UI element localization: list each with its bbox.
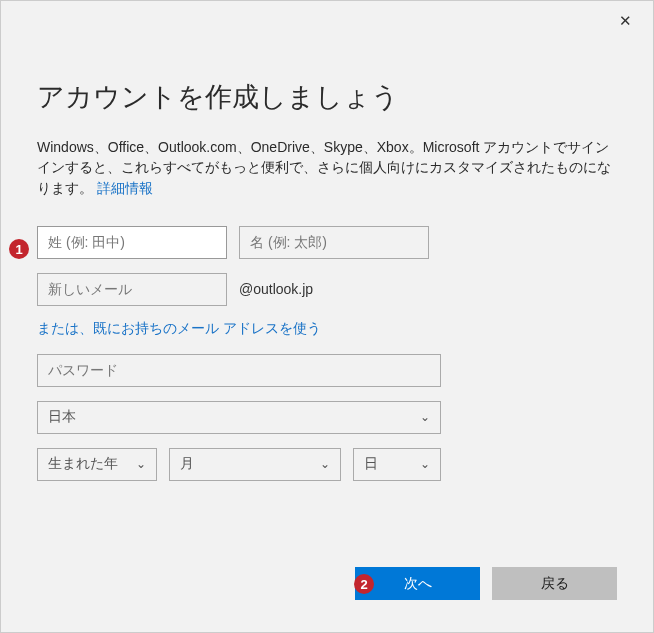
back-button[interactable]: 戻る [492, 567, 617, 600]
description: Windows、Office、Outlook.com、OneDrive、Skyp… [37, 137, 617, 198]
birth-day-value: 日 [364, 455, 378, 473]
close-icon: ✕ [619, 12, 632, 30]
chevron-down-icon: ⌄ [420, 457, 430, 471]
country-select[interactable]: 日本 ⌄ [37, 401, 441, 434]
close-button[interactable]: ✕ [609, 9, 641, 33]
email-domain-label: @outlook.jp [239, 281, 313, 297]
chevron-down-icon: ⌄ [420, 410, 430, 424]
lastname-field[interactable] [37, 226, 227, 259]
email-field[interactable] [37, 273, 227, 306]
country-value: 日本 [48, 408, 76, 426]
birth-day-select[interactable]: 日 ⌄ [353, 448, 441, 481]
birth-year-value: 生まれた年 [48, 455, 118, 473]
footer-buttons: 次へ 戻る [355, 567, 617, 600]
chevron-down-icon: ⌄ [136, 457, 146, 471]
password-field[interactable] [37, 354, 441, 387]
birth-month-select[interactable]: 月 ⌄ [169, 448, 341, 481]
birth-month-value: 月 [180, 455, 194, 473]
chevron-down-icon: ⌄ [320, 457, 330, 471]
annotation-badge-2: 2 [354, 574, 374, 594]
page-title: アカウントを作成しましょう [37, 79, 617, 115]
use-existing-email-link[interactable]: または、既にお持ちのメール アドレスを使う [37, 320, 321, 336]
annotation-badge-1: 1 [9, 239, 29, 259]
firstname-field[interactable] [239, 226, 429, 259]
more-info-link[interactable]: 詳細情報 [97, 180, 153, 196]
birth-year-select[interactable]: 生まれた年 ⌄ [37, 448, 157, 481]
dialog-content: アカウントを作成しましょう Windows、Office、Outlook.com… [1, 1, 653, 481]
